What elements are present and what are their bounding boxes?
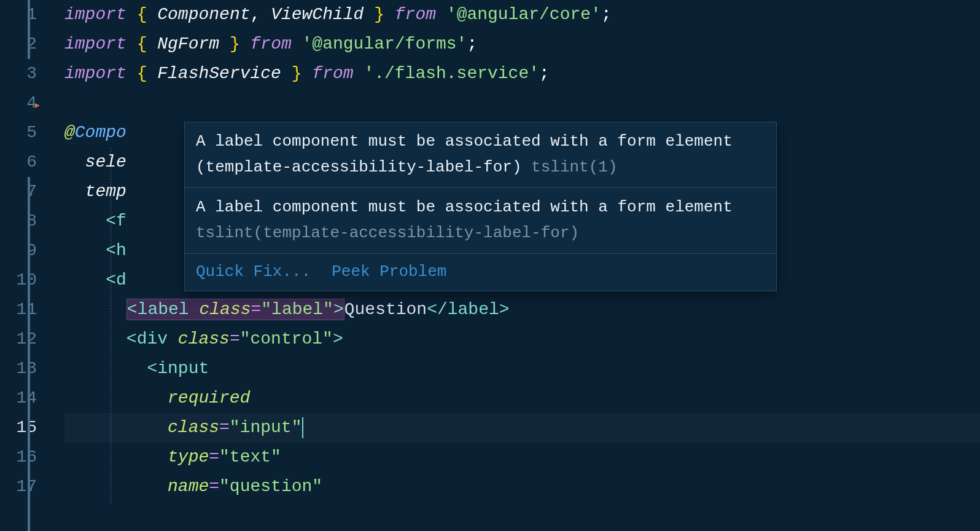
hover-message: A label component must be associated wit… (185, 187, 776, 253)
line-number: 7 (0, 177, 37, 206)
line-number: 15 (0, 413, 37, 442)
modified-indicator (28, 177, 30, 531)
code-line[interactable]: name="question" (64, 472, 980, 502)
hover-source: tslint(template-accessibility-label-for) (196, 224, 579, 242)
code-line[interactable]: class="input" (64, 413, 980, 442)
line-number: 6 (0, 148, 37, 177)
hover-source: tslint(1) (531, 158, 617, 176)
line-number: 2 (0, 30, 37, 59)
hover-message: A label component must be associated wit… (185, 122, 776, 187)
line-number: 1 (0, 0, 37, 30)
hover-actions-row: Quick Fix... Peek Problem (185, 253, 776, 291)
code-line[interactable]: required (64, 384, 980, 413)
code-line[interactable]: import { FlashService } from './flash.se… (64, 59, 980, 88)
text-cursor (302, 417, 303, 438)
line-number: 11 (0, 295, 37, 324)
peek-problem-link[interactable]: Peek Problem (332, 259, 446, 285)
modified-indicator (28, 0, 30, 59)
code-content[interactable]: import { Component, ViewChild } from '@a… (46, 0, 980, 531)
line-number: 8 (0, 206, 37, 236)
line-number: 14 (0, 384, 37, 413)
code-line[interactable]: import { NgForm } from '@angular/forms'; (64, 30, 980, 59)
code-editor[interactable]: 1 2 3 4 5 6 7 8 9 10 11 12 13 14 15 16 1… (0, 0, 980, 531)
code-line[interactable]: <label class="label">Question</label> (64, 295, 980, 324)
line-number: 13 (0, 354, 37, 384)
line-number: 10 (0, 266, 37, 295)
line-number: 4 (0, 88, 37, 118)
line-number: 9 (0, 236, 37, 266)
line-number-gutter: 1 2 3 4 5 6 7 8 9 10 11 12 13 14 15 16 1… (0, 0, 46, 531)
lint-warning-span[interactable]: <label class="label"> (126, 299, 344, 320)
line-number: 12 (0, 324, 37, 354)
code-line[interactable]: type="text" (64, 442, 980, 472)
line-number: 5 (0, 118, 37, 148)
hover-text: A label component must be associated wit… (196, 132, 733, 176)
code-line[interactable]: import { Component, ViewChild } from '@a… (64, 0, 980, 30)
hover-problem-widget: A label component must be associated wit… (184, 122, 777, 291)
code-line[interactable] (64, 88, 980, 118)
line-number: 17 (0, 472, 37, 502)
code-line[interactable]: <input (64, 354, 980, 384)
line-number: 16 (0, 442, 37, 472)
fold-arrow-icon[interactable]: ▸ (34, 91, 41, 120)
code-line[interactable]: <div class="control"> (64, 324, 980, 354)
line-number: 3 (0, 59, 37, 88)
hover-text: A label component must be associated wit… (196, 198, 733, 216)
quick-fix-link[interactable]: Quick Fix... (196, 259, 311, 285)
